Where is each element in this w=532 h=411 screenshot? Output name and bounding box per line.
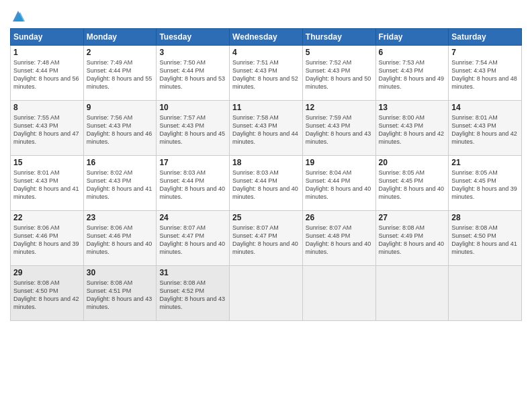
daylight-label: Daylight: 8 hours and 41 minutes. — [13, 185, 79, 200]
calendar-cell: 3 Sunrise: 7:50 AM Sunset: 4:44 PM Dayli… — [157, 46, 230, 101]
day-info: Sunrise: 8:06 AM Sunset: 4:46 PM Dayligh… — [13, 224, 81, 257]
sunset-label: Sunset: 4:45 PM — [379, 177, 424, 184]
day-info: Sunrise: 8:08 AM Sunset: 4:49 PM Dayligh… — [379, 224, 446, 257]
day-number: 1 — [13, 48, 81, 57]
sunset-label: Sunset: 4:43 PM — [232, 67, 277, 74]
calendar-cell: 2 Sunrise: 7:49 AM Sunset: 4:44 PM Dayli… — [83, 46, 157, 101]
weekday-friday: Friday — [375, 29, 449, 46]
calendar-cell: 5 Sunrise: 7:52 AM Sunset: 4:43 PM Dayli… — [302, 46, 375, 101]
day-number: 11 — [232, 103, 300, 112]
weekday-wednesday: Wednesday — [230, 29, 303, 46]
calendar-cell: 4 Sunrise: 7:51 AM Sunset: 4:43 PM Dayli… — [230, 46, 303, 101]
daylight-label: Daylight: 8 hours and 42 minutes. — [379, 130, 445, 145]
sunrise-label: Sunrise: 7:59 AM — [306, 114, 352, 121]
sunrise-label: Sunrise: 7:52 AM — [306, 59, 352, 66]
day-number: 5 — [306, 48, 373, 57]
day-info: Sunrise: 7:55 AM Sunset: 4:43 PM Dayligh… — [13, 113, 81, 146]
calendar-cell: 16 Sunrise: 8:02 AM Sunset: 4:43 PM Dayl… — [83, 156, 157, 211]
daylight-label: Daylight: 8 hours and 47 minutes. — [13, 130, 79, 145]
day-number: 21 — [451, 158, 519, 167]
sunset-label: Sunset: 4:46 PM — [13, 232, 58, 239]
sunset-label: Sunset: 4:43 PM — [451, 122, 496, 129]
calendar-cell: 14 Sunrise: 8:01 AM Sunset: 4:43 PM Dayl… — [449, 101, 522, 156]
sunrise-label: Sunrise: 8:06 AM — [13, 224, 60, 231]
daylight-label: Daylight: 8 hours and 49 minutes. — [379, 75, 445, 90]
day-number: 30 — [87, 268, 154, 277]
sunset-label: Sunset: 4:44 PM — [159, 177, 204, 184]
sunrise-label: Sunrise: 8:03 AM — [232, 169, 279, 176]
sunrise-label: Sunrise: 8:01 AM — [13, 169, 60, 176]
weekday-sunday: Sunday — [11, 29, 84, 46]
calendar-cell: 20 Sunrise: 8:05 AM Sunset: 4:45 PM Dayl… — [375, 156, 449, 211]
daylight-label: Daylight: 8 hours and 42 minutes. — [451, 130, 517, 145]
sunset-label: Sunset: 4:46 PM — [87, 232, 132, 239]
calendar-cell: 8 Sunrise: 7:55 AM Sunset: 4:43 PM Dayli… — [11, 101, 84, 156]
sunset-label: Sunset: 4:43 PM — [306, 67, 351, 74]
daylight-label: Daylight: 8 hours and 50 minutes. — [306, 75, 371, 90]
calendar-cell: 10 Sunrise: 7:57 AM Sunset: 4:43 PM Dayl… — [157, 101, 230, 156]
calendar-cell — [375, 266, 449, 321]
day-number: 13 — [379, 103, 446, 112]
calendar-cell: 30 Sunrise: 8:08 AM Sunset: 4:51 PM Dayl… — [83, 266, 157, 321]
daylight-label: Daylight: 8 hours and 48 minutes. — [451, 75, 517, 90]
day-number: 18 — [232, 158, 300, 167]
page-container: SundayMondayTuesdayWednesdayThursdayFrid… — [0, 0, 532, 328]
sunset-label: Sunset: 4:49 PM — [379, 232, 424, 239]
day-number: 19 — [306, 158, 373, 167]
calendar-cell: 26 Sunrise: 8:07 AM Sunset: 4:48 PM Dayl… — [302, 211, 375, 266]
day-number: 29 — [13, 268, 81, 277]
sunset-label: Sunset: 4:45 PM — [451, 177, 496, 184]
sunset-label: Sunset: 4:43 PM — [13, 177, 58, 184]
day-info: Sunrise: 8:03 AM Sunset: 4:44 PM Dayligh… — [159, 169, 226, 201]
daylight-label: Daylight: 8 hours and 40 minutes. — [379, 240, 445, 255]
sunset-label: Sunset: 4:43 PM — [13, 122, 58, 129]
day-number: 22 — [13, 213, 81, 222]
sunset-label: Sunset: 4:44 PM — [232, 177, 277, 184]
daylight-label: Daylight: 8 hours and 45 minutes. — [159, 130, 225, 145]
calendar-cell: 19 Sunrise: 8:04 AM Sunset: 4:44 PM Dayl… — [302, 156, 375, 211]
day-info: Sunrise: 8:03 AM Sunset: 4:44 PM Dayligh… — [232, 169, 300, 201]
sunrise-label: Sunrise: 8:08 AM — [451, 224, 498, 231]
sunrise-label: Sunrise: 8:07 AM — [159, 224, 206, 231]
day-info: Sunrise: 8:01 AM Sunset: 4:43 PM Dayligh… — [13, 169, 81, 201]
day-info: Sunrise: 7:51 AM Sunset: 4:43 PM Dayligh… — [232, 58, 300, 91]
sunrise-label: Sunrise: 8:07 AM — [306, 224, 352, 231]
calendar-cell: 13 Sunrise: 8:00 AM Sunset: 4:43 PM Dayl… — [375, 101, 449, 156]
day-number: 23 — [87, 213, 154, 222]
sunrise-label: Sunrise: 7:54 AM — [451, 59, 498, 66]
day-info: Sunrise: 8:01 AM Sunset: 4:43 PM Dayligh… — [451, 113, 519, 146]
daylight-label: Daylight: 8 hours and 40 minutes. — [379, 185, 445, 200]
sunrise-label: Sunrise: 8:05 AM — [379, 169, 425, 176]
calendar-cell — [449, 266, 522, 321]
day-number: 26 — [306, 213, 373, 222]
calendar-cell: 1 Sunrise: 7:48 AM Sunset: 4:44 PM Dayli… — [11, 46, 84, 101]
day-info: Sunrise: 8:02 AM Sunset: 4:43 PM Dayligh… — [87, 169, 154, 201]
day-number: 20 — [379, 158, 446, 167]
day-info: Sunrise: 7:57 AM Sunset: 4:43 PM Dayligh… — [159, 113, 226, 146]
sunset-label: Sunset: 4:51 PM — [87, 287, 132, 294]
daylight-label: Daylight: 8 hours and 43 minutes. — [306, 130, 371, 145]
calendar-cell: 7 Sunrise: 7:54 AM Sunset: 4:43 PM Dayli… — [449, 46, 522, 101]
sunrise-label: Sunrise: 7:56 AM — [87, 114, 133, 121]
week-row-3: 15 Sunrise: 8:01 AM Sunset: 4:43 PM Dayl… — [11, 156, 522, 211]
calendar-cell: 21 Sunrise: 8:05 AM Sunset: 4:45 PM Dayl… — [449, 156, 522, 211]
sunset-label: Sunset: 4:43 PM — [379, 67, 424, 74]
day-info: Sunrise: 7:59 AM Sunset: 4:43 PM Dayligh… — [306, 113, 373, 146]
day-info: Sunrise: 8:05 AM Sunset: 4:45 PM Dayligh… — [379, 169, 446, 201]
calendar-cell: 27 Sunrise: 8:08 AM Sunset: 4:49 PM Dayl… — [375, 211, 449, 266]
sunrise-label: Sunrise: 7:53 AM — [379, 59, 425, 66]
sunrise-label: Sunrise: 7:48 AM — [13, 59, 60, 66]
daylight-label: Daylight: 8 hours and 44 minutes. — [232, 130, 298, 145]
sunrise-label: Sunrise: 8:04 AM — [306, 169, 352, 176]
calendar-cell: 6 Sunrise: 7:53 AM Sunset: 4:43 PM Dayli… — [375, 46, 449, 101]
sunset-label: Sunset: 4:48 PM — [306, 232, 351, 239]
sunrise-label: Sunrise: 7:49 AM — [87, 59, 133, 66]
sunrise-label: Sunrise: 7:55 AM — [13, 114, 60, 121]
calendar-cell: 12 Sunrise: 7:59 AM Sunset: 4:43 PM Dayl… — [302, 101, 375, 156]
day-number: 27 — [379, 213, 446, 222]
calendar-cell — [230, 266, 303, 321]
day-number: 4 — [232, 48, 300, 57]
daylight-label: Daylight: 8 hours and 56 minutes. — [13, 75, 79, 90]
daylight-label: Daylight: 8 hours and 40 minutes. — [306, 185, 371, 200]
daylight-label: Daylight: 8 hours and 41 minutes. — [451, 240, 517, 255]
